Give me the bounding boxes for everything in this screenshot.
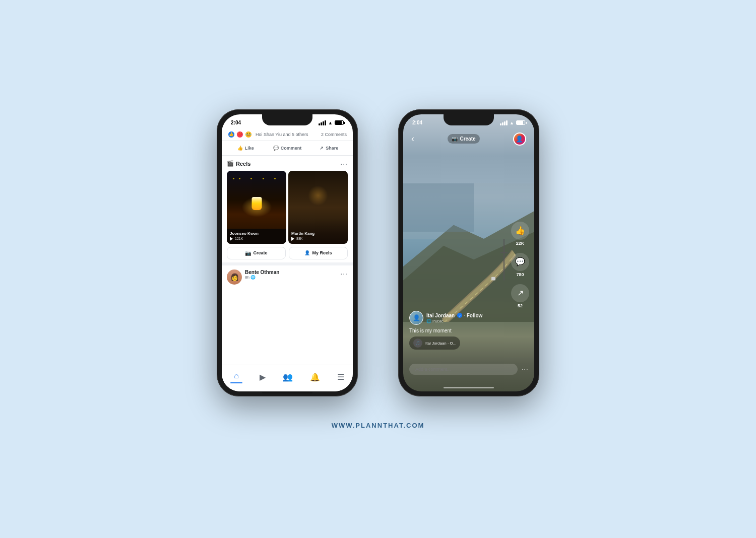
comment-icon: 💬 bbox=[273, 146, 279, 151]
back-button[interactable]: ‹ bbox=[411, 133, 414, 144]
post-time: 8h 🌐 bbox=[245, 275, 337, 280]
bell-icon: 🔔 bbox=[310, 372, 320, 382]
share-icon: ↗ bbox=[320, 146, 324, 151]
groups-icon: 👥 bbox=[283, 372, 293, 382]
music-avatar: 🎵 bbox=[413, 339, 422, 348]
reel-1-count: 121K bbox=[230, 237, 283, 241]
right-phone: 2:04 ▲ bbox=[398, 109, 539, 396]
reels-user-info: 👤 Itai Jordaan ✓ · Follow 🌐 Public bbox=[409, 311, 504, 350]
shares-count: 52 bbox=[518, 303, 523, 308]
phones-container: 2:04 ▲ 👍 ❤️ bbox=[217, 109, 539, 396]
reels-caption: This is my moment bbox=[409, 328, 504, 333]
like-icon: 👍 bbox=[237, 146, 243, 151]
comment-bar: ··· bbox=[409, 364, 528, 375]
reels-more-icon[interactable]: ··· bbox=[340, 160, 348, 168]
post-meta: Bente Othman 8h 🌐 bbox=[245, 270, 337, 280]
like-action[interactable]: 👍 22K bbox=[511, 222, 529, 246]
reels-right-actions: 👍 22K 💬 780 ↗ 52 bbox=[511, 222, 529, 308]
reel-thumb-2[interactable]: Martin Kang 88K bbox=[288, 171, 348, 244]
home-indicator-left bbox=[262, 392, 312, 393]
status-icons-left: ▲ bbox=[319, 120, 344, 125]
thumbs-up-icon: 👍 bbox=[511, 222, 529, 240]
reel-2-count: 88K bbox=[291, 237, 345, 241]
my-reels-label: My Reels bbox=[312, 250, 332, 255]
haha-reaction-icon: 😂 bbox=[245, 131, 252, 138]
battery-icon-right bbox=[516, 120, 525, 125]
share-icon-reel: ↗ bbox=[511, 284, 529, 302]
play-icon-2 bbox=[291, 237, 295, 241]
nav-video[interactable]: ▶ bbox=[256, 370, 270, 384]
menu-icon: ☰ bbox=[337, 372, 344, 382]
reels-icon: 🎬 bbox=[227, 160, 234, 167]
music-bar: 🎵 Itai Jordaan · O... bbox=[409, 337, 460, 350]
reels-fullscreen: 2:04 ▲ bbox=[403, 114, 534, 391]
comments-count: 2 Comments bbox=[321, 132, 347, 137]
reels-user-row: 👤 Itai Jordaan ✓ · Follow 🌐 Public bbox=[409, 311, 504, 325]
left-phone-screen: 2:04 ▲ 👍 ❤️ bbox=[222, 114, 353, 391]
post-avatar: 👩 bbox=[227, 270, 242, 285]
globe-icon: 🌐 bbox=[250, 275, 256, 280]
website-footer: WWW.PLANNTHAT.COM bbox=[332, 422, 425, 429]
music-text: Itai Jordaan · O... bbox=[425, 341, 456, 346]
create-reel-icon: 📷 bbox=[245, 250, 251, 256]
reel-1-author: Joonseo Kwon bbox=[230, 231, 283, 236]
reels-grid: Joonseo Kwon 121K Martin Kang bbox=[227, 171, 348, 244]
share-button[interactable]: ↗ Share bbox=[309, 143, 349, 153]
time-right: 2:04 bbox=[412, 120, 422, 125]
create-label: Create bbox=[460, 136, 475, 142]
love-reaction-icon: ❤️ bbox=[236, 131, 243, 138]
reel-thumb-1[interactable]: Joonseo Kwon 121K bbox=[227, 171, 286, 244]
comments-count-reel: 780 bbox=[516, 272, 524, 277]
nav-menu[interactable]: ☰ bbox=[333, 370, 348, 384]
bottom-nav: ⌂ ▶ 👥 🔔 ☰ bbox=[222, 365, 353, 391]
wifi-icon-right: ▲ bbox=[510, 120, 514, 125]
share-action[interactable]: ↗ 52 bbox=[511, 284, 529, 308]
globe-icon-reel: 🌐 bbox=[426, 319, 431, 323]
reels-title: 🎬 Reels bbox=[227, 160, 250, 167]
reels-username: Itai Jordaan bbox=[426, 313, 455, 318]
reel-2-info: Martin Kang 88K bbox=[291, 231, 345, 241]
notch-left bbox=[262, 114, 312, 125]
video-icon: ▶ bbox=[260, 372, 266, 382]
reels-user-avatar: 👤 bbox=[409, 311, 423, 325]
my-reels-button[interactable]: 👤 My Reels bbox=[289, 247, 348, 259]
comment-button[interactable]: 💬 Comment bbox=[268, 143, 307, 153]
post-more-icon[interactable]: ··· bbox=[340, 270, 348, 278]
comment-label: Comment bbox=[281, 146, 302, 151]
reactions-bar: 👍 ❤️ 😂 Hoi Shan Yiu and 5 others 2 Comme… bbox=[222, 128, 353, 141]
comment-input[interactable] bbox=[409, 364, 518, 375]
nav-groups[interactable]: 👥 bbox=[279, 370, 297, 384]
battery-icon bbox=[335, 120, 344, 125]
my-reels-icon: 👤 bbox=[304, 250, 310, 255]
more-options-icon[interactable]: ··· bbox=[522, 365, 528, 374]
creator-avatar[interactable]: 👤 bbox=[513, 132, 526, 146]
signal-icon-right bbox=[500, 120, 508, 125]
home-icon: ⌂ bbox=[234, 371, 239, 380]
create-reel-label: Create bbox=[253, 250, 267, 255]
post-author: Bente Othman bbox=[245, 270, 337, 275]
reactions-text: Hoi Shan Yiu and 5 others bbox=[256, 132, 308, 137]
play-icon-1 bbox=[230, 237, 234, 241]
reels-actions: 📷 Create 👤 My Reels bbox=[227, 247, 348, 259]
verified-icon: ✓ bbox=[457, 313, 462, 318]
reels-section: 🎬 Reels ··· bbox=[222, 156, 353, 262]
likes-count: 22K bbox=[516, 241, 525, 246]
like-reaction-icon: 👍 bbox=[228, 131, 235, 138]
follow-button[interactable]: Follow bbox=[467, 313, 483, 318]
svg-rect-6 bbox=[403, 183, 474, 232]
post-item: 👩 Bente Othman 8h 🌐 ··· bbox=[222, 262, 353, 289]
create-button[interactable]: 📷 Create bbox=[448, 134, 479, 144]
comment-action[interactable]: 💬 780 bbox=[511, 253, 529, 277]
reels-title-text: Reels bbox=[236, 161, 250, 167]
wifi-icon: ▲ bbox=[328, 120, 333, 125]
reels-top-bar: ‹ 📷 Create 👤 bbox=[403, 128, 534, 150]
left-phone: 2:04 ▲ 👍 ❤️ bbox=[217, 109, 358, 396]
signal-icon bbox=[319, 120, 326, 125]
create-reel-button[interactable]: 📷 Create bbox=[227, 247, 286, 259]
time-left: 2:04 bbox=[231, 120, 241, 125]
like-button[interactable]: 👍 Like bbox=[226, 143, 266, 153]
comment-icon-reel: 💬 bbox=[511, 253, 529, 271]
nav-home[interactable]: ⌂ bbox=[226, 369, 246, 385]
nav-notifications[interactable]: 🔔 bbox=[306, 370, 324, 384]
reels-location: 🌐 Public bbox=[426, 319, 482, 323]
